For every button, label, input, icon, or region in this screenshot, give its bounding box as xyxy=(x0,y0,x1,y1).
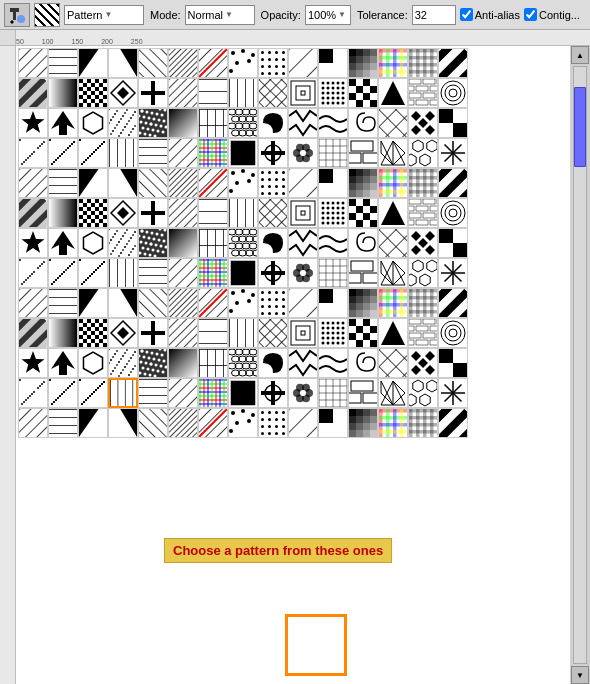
pattern-cell[interactable] xyxy=(168,258,198,288)
pattern-cell[interactable] xyxy=(198,348,228,378)
pattern-cell[interactable] xyxy=(168,378,198,408)
pattern-cell[interactable] xyxy=(138,258,168,288)
pattern-cell[interactable] xyxy=(78,228,108,258)
pattern-cell[interactable] xyxy=(288,108,318,138)
pattern-cell[interactable] xyxy=(78,348,108,378)
pattern-cell[interactable] xyxy=(48,168,78,198)
pattern-cell[interactable] xyxy=(288,138,318,168)
pattern-cell[interactable] xyxy=(48,318,78,348)
pattern-cell[interactable] xyxy=(198,108,228,138)
pattern-cell[interactable] xyxy=(18,318,48,348)
pattern-cell[interactable] xyxy=(78,168,108,198)
pattern-cell[interactable] xyxy=(288,78,318,108)
pattern-cell[interactable] xyxy=(378,108,408,138)
pattern-cell[interactable] xyxy=(78,78,108,108)
pattern-cell[interactable] xyxy=(318,378,348,408)
mode-dropdown[interactable]: Normal ▼ xyxy=(185,5,255,25)
scroll-up-button[interactable]: ▲ xyxy=(571,46,589,64)
pattern-cell[interactable] xyxy=(348,48,378,78)
pattern-cell[interactable] xyxy=(438,78,468,108)
pattern-cell[interactable] xyxy=(168,138,198,168)
pattern-cell[interactable] xyxy=(258,108,288,138)
opacity-dropdown[interactable]: 100% ▼ xyxy=(305,5,351,25)
pattern-cell[interactable] xyxy=(318,108,348,138)
pattern-cell[interactable] xyxy=(48,288,78,318)
scroll-thumb[interactable] xyxy=(574,87,586,167)
pattern-cell[interactable] xyxy=(78,108,108,138)
pattern-cell[interactable] xyxy=(108,228,138,258)
pattern-cell[interactable] xyxy=(408,378,438,408)
pattern-cell[interactable] xyxy=(408,408,438,438)
pattern-cell[interactable] xyxy=(258,288,288,318)
pattern-cell[interactable] xyxy=(378,228,408,258)
pattern-cell[interactable] xyxy=(228,78,258,108)
pattern-cell[interactable] xyxy=(348,288,378,318)
pattern-cell[interactable] xyxy=(108,318,138,348)
pattern-cell[interactable] xyxy=(78,138,108,168)
pattern-cell[interactable] xyxy=(78,378,108,408)
pattern-cell[interactable] xyxy=(18,48,48,78)
pattern-cell[interactable] xyxy=(348,138,378,168)
pattern-cell[interactable] xyxy=(378,258,408,288)
pattern-cell[interactable] xyxy=(18,408,48,438)
pattern-cell[interactable] xyxy=(198,78,228,108)
pattern-cell[interactable] xyxy=(228,318,258,348)
pattern-cell[interactable] xyxy=(48,408,78,438)
pattern-cell[interactable] xyxy=(198,258,228,288)
pattern-cell[interactable] xyxy=(288,378,318,408)
pattern-cell[interactable] xyxy=(288,408,318,438)
pattern-cell[interactable] xyxy=(18,198,48,228)
pattern-cell[interactable] xyxy=(348,348,378,378)
pattern-cell[interactable] xyxy=(378,318,408,348)
pattern-cell[interactable] xyxy=(378,48,408,78)
pattern-cell[interactable] xyxy=(48,48,78,78)
pattern-cell[interactable] xyxy=(168,78,198,108)
pattern-cell[interactable] xyxy=(258,168,288,198)
pattern-cell[interactable] xyxy=(138,288,168,318)
pattern-cell[interactable] xyxy=(348,258,378,288)
paint-bucket-tool[interactable] xyxy=(4,3,30,27)
pattern-cell[interactable] xyxy=(108,408,138,438)
pattern-cell[interactable] xyxy=(18,288,48,318)
pattern-cell[interactable] xyxy=(438,198,468,228)
pattern-cell[interactable] xyxy=(168,228,198,258)
pattern-cell[interactable] xyxy=(408,348,438,378)
pattern-cell[interactable] xyxy=(198,288,228,318)
pattern-cell[interactable] xyxy=(258,378,288,408)
pattern-swatch[interactable] xyxy=(34,3,60,27)
pattern-cell[interactable] xyxy=(18,78,48,108)
contiguous-checkbox[interactable] xyxy=(524,8,537,21)
pattern-cell[interactable] xyxy=(138,168,168,198)
scrollbar[interactable]: ▲ ▼ xyxy=(570,46,590,684)
pattern-cell[interactable] xyxy=(378,288,408,318)
pattern-cell[interactable] xyxy=(228,138,258,168)
tolerance-input[interactable] xyxy=(412,5,456,25)
pattern-cell[interactable] xyxy=(138,108,168,138)
pattern-cell[interactable] xyxy=(18,258,48,288)
pattern-cell[interactable] xyxy=(318,48,348,78)
pattern-cell[interactable] xyxy=(48,228,78,258)
pattern-cell[interactable] xyxy=(138,318,168,348)
pattern-cell[interactable] xyxy=(108,48,138,78)
pattern-panel[interactable] xyxy=(16,46,570,684)
pattern-cell[interactable] xyxy=(318,198,348,228)
pattern-cell[interactable] xyxy=(258,198,288,228)
pattern-cell[interactable] xyxy=(198,168,228,198)
contiguous-label[interactable]: Contig... xyxy=(524,8,580,21)
anti-alias-checkbox[interactable] xyxy=(460,8,473,21)
pattern-cell[interactable] xyxy=(378,408,408,438)
pattern-cell[interactable] xyxy=(108,78,138,108)
pattern-cell[interactable] xyxy=(288,318,318,348)
pattern-cell[interactable] xyxy=(318,78,348,108)
pattern-cell[interactable] xyxy=(318,168,348,198)
pattern-dropdown[interactable]: Pattern ▼ xyxy=(64,5,144,25)
anti-alias-label[interactable]: Anti-alias xyxy=(460,8,520,21)
pattern-cell[interactable] xyxy=(18,378,48,408)
pattern-cell[interactable] xyxy=(318,258,348,288)
pattern-cell[interactable] xyxy=(378,138,408,168)
scroll-track[interactable] xyxy=(573,66,587,664)
pattern-cell[interactable] xyxy=(258,228,288,258)
pattern-cell[interactable] xyxy=(348,198,378,228)
pattern-cell[interactable] xyxy=(138,78,168,108)
pattern-cell[interactable] xyxy=(138,348,168,378)
